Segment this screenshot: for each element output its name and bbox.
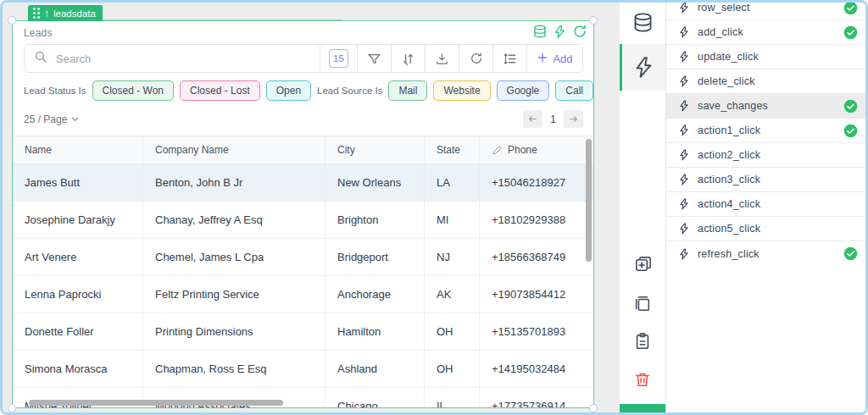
chip-website[interactable]: Website bbox=[433, 80, 490, 101]
col-header-phone[interactable]: Phone bbox=[480, 136, 593, 163]
bolt-icon bbox=[678, 149, 690, 161]
page-size-badge: 15 bbox=[329, 49, 348, 68]
database-icon bbox=[632, 11, 654, 34]
widget-status-icons bbox=[532, 24, 587, 39]
chip-google[interactable]: Google bbox=[497, 80, 550, 101]
drag-handle-icon[interactable] bbox=[33, 8, 40, 19]
col-header-city[interactable]: City bbox=[326, 136, 425, 163]
chip-call[interactable]: Call bbox=[555, 80, 593, 101]
refresh-status-icon[interactable] bbox=[572, 24, 587, 39]
paste-button[interactable] bbox=[633, 332, 652, 354]
event-action1-click[interactable]: action1_click bbox=[666, 119, 865, 143]
resize-handle-top-right[interactable] bbox=[589, 16, 598, 25]
col-header-company[interactable]: Company Name bbox=[143, 136, 326, 163]
add-row-button[interactable]: Add bbox=[526, 45, 582, 72]
event-bolt-icon[interactable] bbox=[553, 25, 567, 39]
table-title: Leads bbox=[24, 27, 583, 39]
chip-closed-lost[interactable]: Closed - Lost bbox=[180, 80, 260, 101]
resize-handle-top-left[interactable] bbox=[8, 16, 16, 25]
datasource-icon[interactable] bbox=[532, 24, 548, 39]
search-placeholder: Search bbox=[56, 53, 91, 65]
table-row[interactable]: Simona MorascaChapman, Ross E EsqAshland… bbox=[13, 351, 593, 388]
search-input[interactable]: Search bbox=[25, 50, 320, 67]
chip-open[interactable]: Open bbox=[266, 80, 311, 101]
col-header-state[interactable]: State bbox=[425, 136, 480, 163]
bolt-icon bbox=[678, 174, 690, 185]
vertical-scrollbar[interactable] bbox=[586, 139, 592, 262]
copy-icon bbox=[633, 294, 652, 313]
tab-datasource[interactable] bbox=[620, 3, 665, 44]
copy-button[interactable] bbox=[633, 294, 652, 316]
bolt-icon bbox=[678, 198, 690, 210]
event-row-select[interactable]: row_select bbox=[666, 3, 865, 20]
bolt-icon bbox=[678, 100, 690, 112]
panel-accent-bar bbox=[620, 404, 665, 412]
event-action5-click[interactable]: action5_click bbox=[666, 217, 865, 241]
search-icon bbox=[34, 50, 47, 67]
resize-handle-bottom-right[interactable] bbox=[589, 404, 598, 412]
filter-button[interactable] bbox=[357, 45, 391, 72]
add-copy-icon bbox=[633, 255, 653, 274]
bolt-icon bbox=[678, 75, 690, 87]
check-circle-icon bbox=[843, 99, 858, 113]
data-table: Name Company Name City State Phone James… bbox=[13, 136, 593, 408]
horizontal-scrollbar[interactable] bbox=[29, 400, 283, 406]
event-refresh-click[interactable]: refresh_click bbox=[666, 241, 865, 266]
pagination-bar: 25 / Page 1 bbox=[24, 110, 583, 128]
page-number: 1 bbox=[550, 113, 556, 125]
arrow-left-icon bbox=[527, 113, 538, 125]
add-row-label: Add bbox=[553, 53, 572, 65]
event-update-click[interactable]: update_click bbox=[666, 45, 865, 69]
chip-mail[interactable]: Mail bbox=[388, 80, 427, 101]
event-action4-click[interactable]: action4_click bbox=[666, 192, 865, 217]
page-size-badge-button[interactable]: 15 bbox=[320, 45, 357, 72]
col-header-name[interactable]: Name bbox=[13, 136, 143, 163]
event-action2-click[interactable]: action2_click bbox=[666, 143, 865, 168]
trash-icon bbox=[633, 370, 652, 389]
event-action3-click[interactable]: action3_click bbox=[666, 168, 865, 192]
check-circle-icon bbox=[843, 124, 858, 138]
paste-icon bbox=[633, 332, 652, 351]
row-height-button[interactable] bbox=[492, 45, 526, 72]
edit-pencil-icon bbox=[492, 145, 503, 156]
table-row[interactable]: James ButtBenton, John B JrNew OrleansLA… bbox=[13, 164, 593, 202]
table-row[interactable]: Lenna PaprockiFeltz Printing ServiceAnch… bbox=[13, 276, 593, 313]
chip-closed-won[interactable]: Closed - Won bbox=[92, 80, 174, 101]
page-size-select[interactable]: 25 / Page bbox=[24, 113, 80, 125]
next-page-button[interactable] bbox=[564, 110, 583, 128]
bolt-icon bbox=[678, 51, 690, 63]
lead-source-label: Lead Source Is bbox=[317, 86, 382, 96]
event-delete-click[interactable]: delete_click bbox=[666, 69, 865, 94]
event-add-click[interactable]: add_click bbox=[666, 20, 865, 45]
check-circle-icon bbox=[843, 246, 858, 261]
table-row[interactable]: Art VenereChemel, James L CpaBridgeportN… bbox=[13, 239, 593, 276]
event-save-changes[interactable]: save_changes bbox=[666, 94, 865, 119]
tab-events[interactable] bbox=[620, 44, 665, 91]
bolt-icon bbox=[678, 223, 690, 235]
widget-name-tag[interactable]: ↑ leadsdata bbox=[28, 5, 103, 21]
lead-status-label: Lead Status Is bbox=[24, 86, 86, 96]
sort-button[interactable] bbox=[391, 45, 425, 72]
delete-widget-button[interactable] bbox=[633, 370, 652, 392]
filter-chips-row: Lead Status Is Closed - Won Closed - Los… bbox=[24, 80, 583, 101]
canvas: ↑ leadsdata Leads bbox=[3, 3, 620, 412]
lightning-icon bbox=[632, 56, 655, 79]
table-header-row: Name Company Name City State Phone bbox=[13, 136, 593, 164]
bolt-icon bbox=[678, 26, 690, 38]
download-button[interactable] bbox=[425, 45, 459, 72]
bolt-icon bbox=[678, 248, 690, 260]
refresh-button[interactable] bbox=[459, 45, 492, 72]
app-frame: ↑ leadsdata Leads bbox=[0, 0, 868, 415]
arrow-up-icon: ↑ bbox=[44, 8, 49, 19]
check-circle-icon bbox=[843, 3, 858, 15]
bolt-icon bbox=[678, 125, 690, 136]
arrow-right-icon bbox=[568, 113, 579, 125]
query-panel: row_select add_click update_click delete… bbox=[620, 3, 865, 412]
prev-page-button[interactable] bbox=[523, 110, 542, 128]
table-widget: Leads Search 15 bbox=[12, 20, 594, 408]
table-row[interactable]: Donette FollerPrinting DimensionsHamilto… bbox=[13, 313, 593, 351]
bolt-icon bbox=[678, 3, 690, 14]
add-widget-button[interactable] bbox=[633, 255, 653, 278]
table-row[interactable]: Josephine DarakjyChanay, Jeffrey A EsqBr… bbox=[13, 202, 593, 239]
resize-handle-bottom-left[interactable] bbox=[8, 404, 16, 412]
